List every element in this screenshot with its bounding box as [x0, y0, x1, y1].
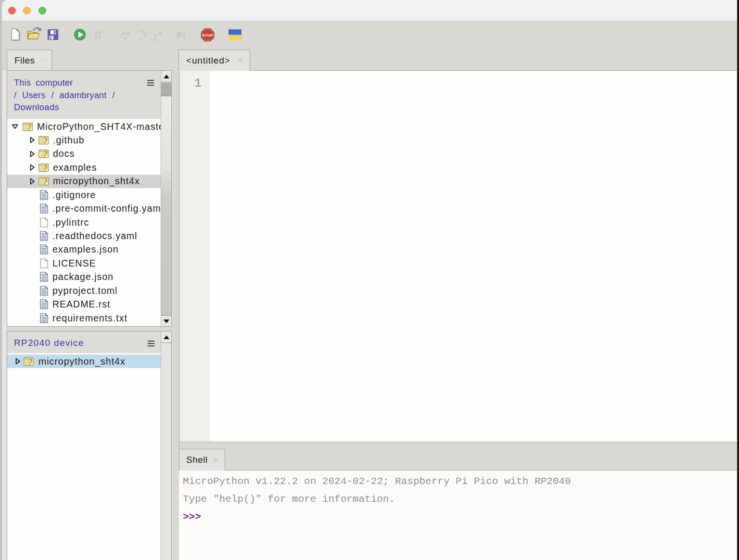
svg-text:STOP: STOP: [203, 33, 213, 38]
